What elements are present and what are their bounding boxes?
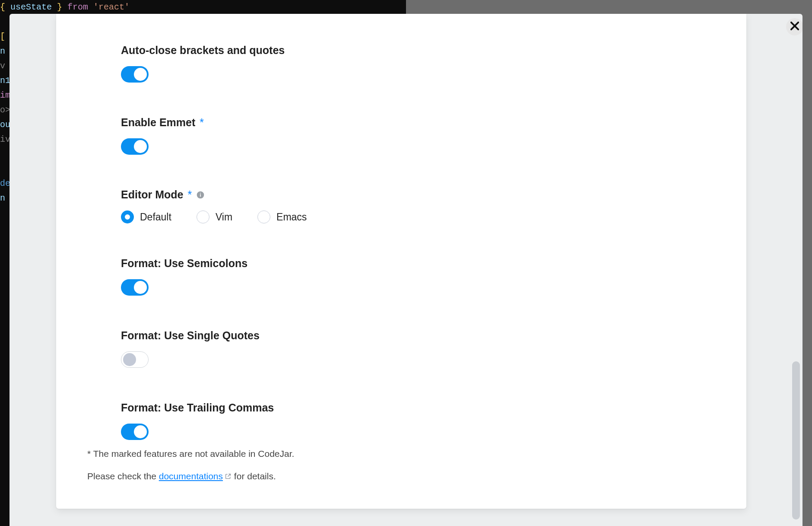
- radio-circle: [257, 210, 270, 223]
- scrollbar-thumb[interactable]: [792, 361, 800, 520]
- setting-label-text: Enable Emmet: [121, 116, 195, 129]
- setting-label-text: Format: Use Semicolons: [121, 257, 247, 270]
- setting-auto-close: Auto-close brackets and quotes: [121, 44, 682, 83]
- setting-label-text: Editor Mode: [121, 188, 183, 201]
- footnote-docs: Please check the documentations for deta…: [87, 471, 649, 481]
- setting-emmet: Enable Emmet *: [121, 116, 682, 155]
- footnote-docs-prefix: Please check the: [87, 471, 159, 481]
- setting-semicolons: Format: Use Semicolons: [121, 257, 682, 296]
- setting-label: Editor Mode *: [121, 188, 682, 201]
- editor-mode-radio-group: DefaultVimEmacs: [121, 210, 682, 223]
- radio-label: Vim: [216, 211, 232, 223]
- settings-modal: Auto-close brackets and quotes Enable Em…: [10, 14, 802, 526]
- settings-card: Auto-close brackets and quotes Enable Em…: [56, 14, 746, 509]
- info-icon[interactable]: [196, 191, 205, 199]
- auto-close-toggle[interactable]: [121, 66, 149, 83]
- footnote: * The marked features are not available …: [87, 449, 649, 494]
- setting-label: Format: Use Trailing Commas: [121, 402, 682, 414]
- close-button[interactable]: [786, 18, 802, 35]
- editor-mode-option-default[interactable]: Default: [121, 210, 171, 223]
- trailing-commas-toggle[interactable]: [121, 424, 149, 440]
- setting-label-text: Format: Use Trailing Commas: [121, 402, 274, 414]
- radio-label: Emacs: [276, 211, 307, 223]
- radio-circle: [197, 210, 209, 223]
- setting-trailing-commas: Format: Use Trailing Commas: [121, 402, 682, 440]
- setting-label: Auto-close brackets and quotes: [121, 44, 682, 57]
- marked-asterisk: *: [200, 116, 204, 129]
- single-quotes-toggle[interactable]: [121, 351, 149, 368]
- footnote-docs-suffix: for details.: [232, 471, 276, 481]
- radio-circle: [121, 210, 134, 223]
- setting-label: Format: Use Semicolons: [121, 257, 682, 270]
- svg-rect-3: [200, 194, 201, 197]
- emmet-toggle[interactable]: [121, 138, 149, 155]
- setting-label-text: Auto-close brackets and quotes: [121, 44, 285, 57]
- setting-label: Enable Emmet *: [121, 116, 682, 129]
- setting-editor-mode: Editor Mode * DefaultVimEmacs: [121, 188, 682, 223]
- editor-mode-option-vim[interactable]: Vim: [197, 210, 232, 223]
- close-icon: [789, 20, 801, 34]
- svg-rect-4: [200, 193, 201, 194]
- setting-single-quotes: Format: Use Single Quotes: [121, 329, 682, 368]
- radio-label: Default: [140, 211, 171, 223]
- editor-mode-option-emacs[interactable]: Emacs: [257, 210, 307, 223]
- settings-list: Auto-close brackets and quotes Enable Em…: [121, 44, 682, 440]
- documentations-link[interactable]: documentations: [159, 471, 232, 481]
- semicolons-toggle[interactable]: [121, 279, 149, 296]
- marked-asterisk: *: [187, 188, 192, 201]
- setting-label-text: Format: Use Single Quotes: [121, 329, 260, 342]
- external-link-icon: [225, 472, 232, 478]
- setting-label: Format: Use Single Quotes: [121, 329, 682, 342]
- footnote-marked: * The marked features are not available …: [87, 449, 649, 459]
